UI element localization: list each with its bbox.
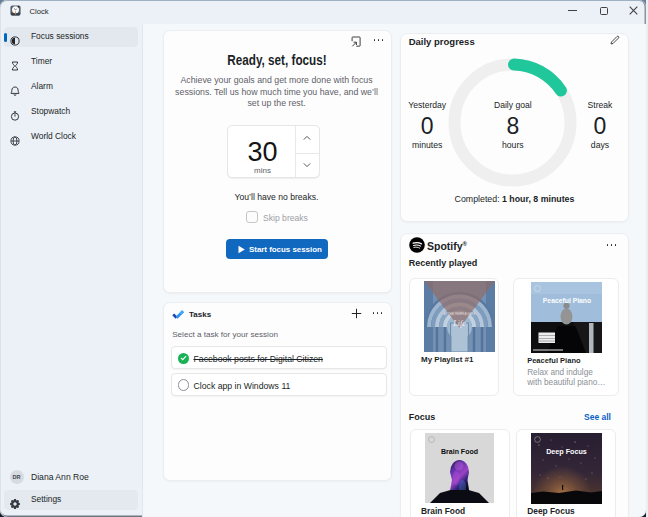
- svg-text:Life: Life: [452, 318, 466, 327]
- svg-text:Deep Focus: Deep Focus: [546, 447, 587, 456]
- svg-text:AT THE TEMPLE GATE: AT THE TEMPLE GATE: [444, 311, 476, 315]
- svg-text:Brain Food: Brain Food: [441, 448, 478, 455]
- svg-text:Peaceful Piano: Peaceful Piano: [543, 296, 591, 303]
